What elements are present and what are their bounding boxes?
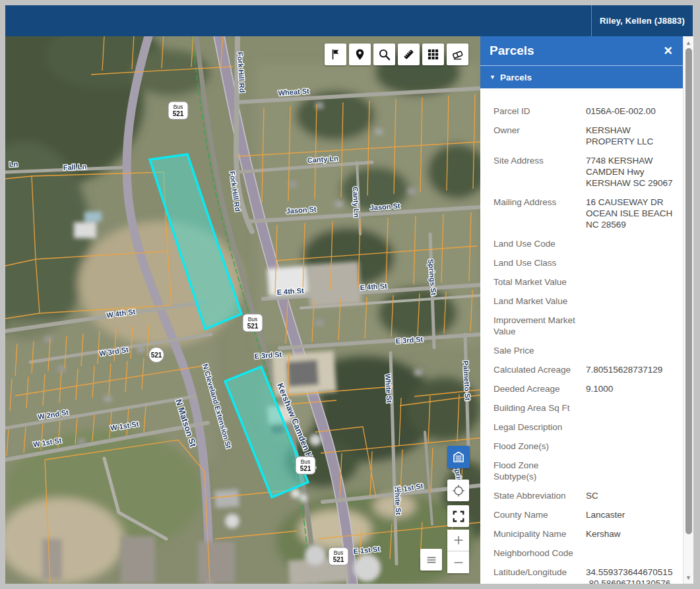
parcel-attributes: Parcel ID 0156A-0E-002.00 Owner KERSHAW … — [480, 88, 683, 584]
field-value — [586, 238, 676, 249]
panel-header: Parcels × — [480, 36, 683, 66]
svg-text:521: 521 — [300, 465, 311, 472]
field-value — [586, 460, 676, 482]
field-label: Land Market Value — [493, 295, 586, 307]
geolocate-button[interactable] — [447, 480, 469, 501]
field-row: Land Market Value — [493, 295, 676, 307]
grid-icon — [427, 48, 439, 61]
content-area: Wheat StFork Hill RdFork Hill RdCanty Ln… — [5, 36, 693, 584]
grid-tool-button[interactable] — [422, 44, 444, 65]
app-window: Riley, Kellen (J8883) — [5, 5, 693, 584]
street-label: Canty Ln — [352, 187, 361, 218]
field-label: Municipality Name — [493, 528, 586, 540]
street-label: White St — [384, 373, 393, 403]
field-label: Land Use Class — [493, 257, 586, 268]
route-shield: Bus521 — [243, 314, 263, 332]
field-value: 0156A-0E-002.00 — [586, 106, 676, 117]
field-value — [586, 276, 676, 288]
field-label: Total Market Value — [493, 276, 586, 288]
route-shield: Bus521 — [168, 102, 188, 119]
field-row: County Name Lancaster — [493, 509, 676, 520]
layers-icon — [451, 450, 466, 464]
field-value — [586, 421, 676, 433]
field-row: Flood Zone Subtype(s) — [493, 460, 676, 482]
measure-icon — [402, 48, 415, 61]
zoom-in-button[interactable] — [447, 530, 469, 551]
field-row: Neighborhood Code — [493, 547, 676, 559]
field-row: Building Area Sq Ft — [493, 402, 676, 414]
scrollbar-thumb[interactable] — [685, 48, 692, 534]
field-value: KERSHAW PROPERTY LLC — [586, 125, 676, 147]
field-label: Parcel ID — [493, 106, 586, 117]
search-icon — [378, 48, 391, 61]
route-shield: Bus521 — [329, 547, 348, 565]
street-label: Ln — [9, 160, 18, 168]
field-value — [586, 547, 676, 559]
fullscreen-icon — [452, 510, 465, 523]
field-label: Flood Zone(s) — [493, 441, 586, 452]
parcels-panel: Parcels × ▼ Parcels Parcel ID 0156A-0E-0… — [480, 36, 683, 584]
field-label: County Name — [493, 509, 586, 520]
scroll-down-arrow-icon[interactable]: ▼ — [684, 573, 693, 582]
street-label: Fall Ln — [63, 162, 86, 171]
zoom-out-button[interactable] — [447, 551, 469, 573]
legend-button[interactable] — [420, 549, 442, 571]
scroll-up-arrow-icon[interactable]: ▲ — [684, 38, 693, 47]
field-label: Mailing Address — [493, 197, 586, 230]
flag-icon — [329, 48, 342, 61]
svg-text:521: 521 — [173, 110, 184, 117]
field-label: Sale Price — [493, 345, 586, 356]
field-value — [586, 295, 676, 307]
measure-tool-button[interactable] — [398, 44, 420, 65]
field-row: Mailing Address 16 CAUSEWAY DR OCEAN ISL… — [493, 197, 676, 230]
field-row: Sale Price — [493, 345, 676, 356]
location-tool-button[interactable] — [349, 44, 371, 65]
minus-icon — [452, 556, 465, 569]
svg-text:521: 521 — [247, 323, 259, 330]
eraser-icon — [451, 48, 464, 61]
field-value: Kershaw — [586, 528, 676, 540]
user-menu[interactable]: Riley, Kellen (J8883) — [591, 5, 693, 36]
field-value: 7748 KERSHAW CAMDEN Hwy KERSHAW SC 29067 — [586, 155, 676, 189]
field-label: Owner — [493, 125, 586, 147]
field-value — [586, 315, 676, 337]
svg-text:521: 521 — [151, 352, 162, 359]
field-label: Deeded Acreage — [493, 383, 586, 394]
fullscreen-button[interactable] — [447, 505, 469, 527]
svg-text:Bus: Bus — [334, 549, 344, 556]
svg-text:Bus: Bus — [174, 104, 183, 110]
field-value — [586, 345, 676, 356]
plus-icon — [452, 534, 465, 547]
field-value: 34.559373644670515 -80.58696719130576 — [586, 567, 676, 584]
field-row: Improvement Market Value — [493, 315, 676, 337]
map-toolbar — [325, 44, 468, 65]
field-value — [586, 441, 676, 452]
field-row: State Abbreviation SC — [493, 490, 676, 501]
layers-button[interactable] — [447, 446, 470, 468]
geolocate-icon — [452, 484, 465, 497]
field-value — [586, 402, 676, 414]
field-row: Legal Description — [493, 421, 676, 433]
flag-tool-button[interactable] — [325, 44, 346, 65]
route-shield: 521 — [149, 348, 164, 363]
field-label: Improvement Market Value — [493, 315, 586, 337]
svg-text:Bus: Bus — [301, 458, 311, 465]
field-label: Site Address — [493, 155, 586, 189]
field-label: Building Area Sq Ft — [493, 402, 586, 414]
svg-text:521: 521 — [333, 556, 344, 563]
search-tool-button[interactable] — [373, 44, 395, 65]
map-canvas[interactable]: Wheat StFork Hill RdFork Hill RdCanty Ln… — [5, 36, 480, 584]
field-value: Lancaster — [586, 509, 676, 520]
field-value — [586, 257, 676, 268]
field-row: Calculated Acreage 7.80515628737129 — [493, 364, 676, 375]
panel-scrollbar[interactable]: ▲ ▼ — [683, 36, 693, 584]
field-row: Latitude/Longitude 34.559373644670515 -8… — [493, 567, 676, 584]
field-row: Owner KERSHAW PROPERTY LLC — [493, 125, 676, 147]
aerial-map: Wheat StFork Hill RdFork Hill RdCanty Ln… — [5, 36, 480, 584]
eraser-tool-button[interactable] — [447, 44, 468, 65]
close-icon[interactable]: × — [662, 44, 674, 57]
field-row: Land Use Class — [493, 257, 676, 268]
parcels-section-header[interactable]: ▼ Parcels — [480, 66, 683, 88]
field-value: 16 CAUSEWAY DR OCEAN ISLE BEACH NC 28569 — [586, 197, 676, 230]
user-name[interactable]: Riley, Kellen (J8883) — [600, 16, 685, 26]
